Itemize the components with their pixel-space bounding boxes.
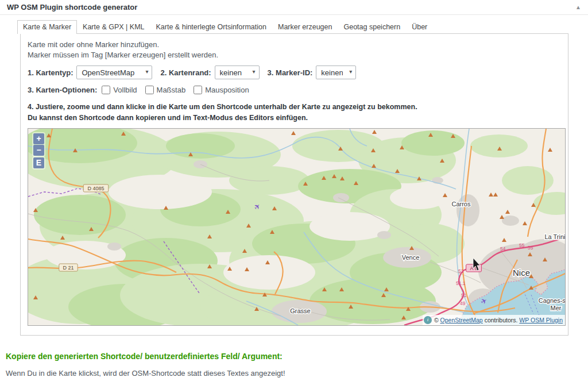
map-attribution: i © OpenStreetMap contributors. WP OSM P… [423,315,565,325]
tab-karte-ortsinformation[interactable]: Karte & hinterlegte Ortsinformation [150,20,272,34]
checkbox-massstab[interactable] [145,86,154,94]
tab-content-panel: Karte mit oder ohne Marker hinzufügen. M… [20,33,568,336]
zoom-in-button[interactable]: + [33,133,44,144]
map-options-row: 3. Karten-Optionen: VollbildMaßstabMausp… [28,86,561,94]
map-type-select[interactable]: OpenStreetMap [77,66,152,79]
peak-icon [505,210,510,214]
peak-icon [523,221,527,225]
motorway-exit-label: 55 [528,245,533,251]
plugin-header: WP OSM Plugin shortcode generator ▲ [0,0,588,15]
peak-icon [291,131,296,135]
motorway-exit-label: 54 [500,246,506,252]
map-border-label: 2. Kartenrand: [160,68,211,77]
intro-text: Karte mit oder ohne Marker hinzufügen. M… [28,40,561,60]
openstreetmap-link[interactable]: OpenStreetMap [440,317,483,324]
map-place-label: Nice [513,268,530,278]
tab-marker-erzeugen[interactable]: Marker erzeugen [272,20,338,34]
road-shield-label: D 21 [63,265,74,271]
motorway-exit-label: 49 [460,301,466,306]
option-vollbild: Vollbild [102,86,137,94]
motorway-exit-label: 51 [461,292,467,298]
map-place-label: Cagnes-sur- [539,297,565,304]
road-shield-label: D 4085 [87,186,104,191]
edit-control: E [32,156,45,170]
motorway-exit-label: 55 [519,242,525,248]
map[interactable]: ✈✈5455555251.15149D 4085D 21A 8CarrosVen… [28,128,566,326]
map-options-label: 3. Karten-Optionen: [28,86,97,94]
checkbox-mausposition[interactable] [194,86,202,94]
tab-karte-gpx-kml[interactable]: Karte & GPX | KML [77,20,150,34]
edit-map-button[interactable]: E [33,157,44,168]
attribution-toggle-icon[interactable]: i [424,316,432,324]
option-mausposition: Mausposition [194,86,249,94]
peak-icon [548,148,552,152]
marker-id-select-wrap: keinen [316,66,356,79]
step4-line-2: Du kannst den Shortcode dann kopieren un… [28,113,561,123]
checkbox-label-massstab: Maßstab [157,86,186,94]
motorway-exit-label: 51.1 [456,280,466,286]
plugin-title: WP OSM Plugin shortcode generator [7,3,137,11]
shortcode-section: Kopiere den generierten Shortcode/ benut… [6,352,588,378]
map-canvas: ✈✈5455555251.15149D 4085D 21A 8CarrosVen… [28,129,565,325]
peak-icon [372,130,377,134]
intro-line-1: Karte mit oder ohne Marker hinzufügen. [28,40,561,50]
shortcode-placeholder-note: Wenn Du in die Karte klickst, wird der O… [6,369,588,378]
zoom-control: + − [32,132,45,157]
marker-id-select[interactable]: keinen [316,66,355,79]
checkbox-label-vollbild: Vollbild [113,86,137,94]
wp-osm-plugin-link[interactable]: WP OSM Plugin [519,317,563,324]
map-border-select-wrap: keinen [215,66,260,79]
map-controls-row: 1. Kartentyp: OpenStreetMap 2. Kartenran… [28,66,561,79]
map-border-select[interactable]: keinen [215,66,259,79]
tab-geotag-speichern[interactable]: Geotag speichern [338,20,406,34]
peak-icon [502,238,506,242]
peak-icon [489,192,493,197]
map-type-label: 1. Kartentyp: [28,68,73,77]
attribution-contributors: contributors. [485,317,518,324]
map-place-label: Carros [451,201,471,207]
intro-line-2: Marker müssen im Tag [Marker erzeugen] e… [28,50,561,60]
checkbox-label-mausposition: Mausposition [205,86,249,94]
map-place-label: Vence [402,254,420,261]
map-type-select-wrap: OpenStreetMap [76,66,152,79]
marker-id-label: 3. Marker-ID: [268,68,313,77]
tab-karte-marker[interactable]: Karte & Marker [17,20,77,34]
peak-icon [500,215,504,219]
tab-ueber[interactable]: Über [406,20,433,34]
step4-line-1: 4. Justiere, zoome und dann klicke in di… [28,102,561,112]
map-place-label: Mer [551,305,562,311]
collapse-toggle-icon[interactable]: ▲ [575,4,581,10]
zoom-out-button[interactable]: − [33,145,44,156]
shortcode-heading: Kopiere den generierten Shortcode/ benut… [6,352,588,361]
option-massstab: Maßstab [145,86,186,94]
map-place-label: La Trinité [544,233,565,240]
tab-bar: Karte & MarkerKarte & GPX | KMLKarte & h… [17,20,588,34]
motorway-exit-label: 52 [458,268,464,274]
attribution-copyright: © [434,317,439,324]
step4-text: 4. Justiere, zoome und dann klicke in di… [28,102,561,122]
map-place-label: Grasse [290,307,310,314]
peak-icon [493,192,498,197]
checkbox-vollbild[interactable] [102,86,110,94]
